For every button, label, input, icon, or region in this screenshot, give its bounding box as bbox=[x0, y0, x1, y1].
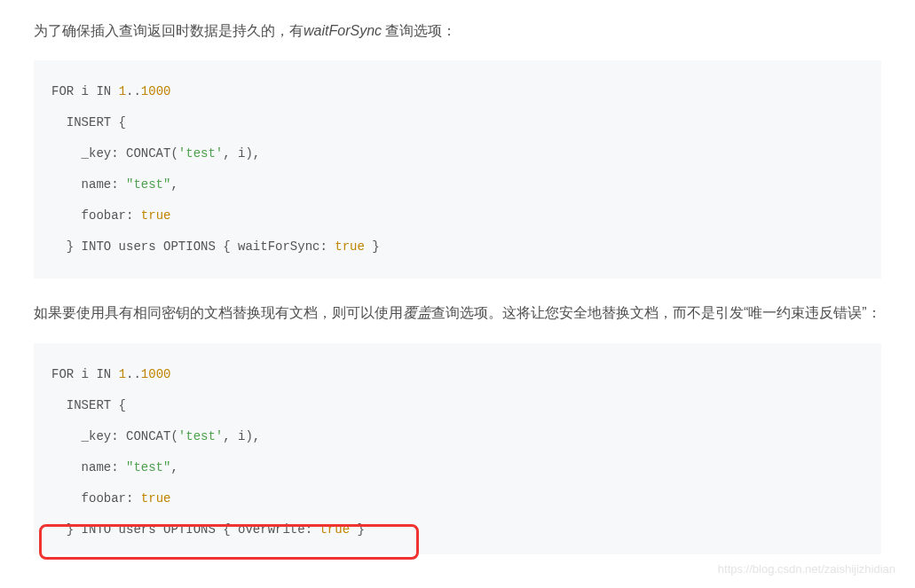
code1-line4-b: , bbox=[170, 177, 177, 192]
code1-line1-b: .. bbox=[126, 84, 141, 98]
paragraph-2: 如果要使用具有相同密钥的文档替换现有文档，则可以使用覆盖查询选项。这将让您安全地… bbox=[34, 300, 881, 326]
code2-line4-str: "test" bbox=[126, 460, 170, 474]
code2-line4-b: , bbox=[170, 460, 177, 474]
code2-line3-b: , i), bbox=[223, 429, 260, 443]
code2-line4-a: name: bbox=[51, 460, 126, 474]
paragraph-1-italic: waitForSync bbox=[304, 23, 382, 38]
code2-line1-num2: 1000 bbox=[141, 367, 171, 381]
paragraph-1-suffix: 查询选项： bbox=[382, 23, 456, 38]
highlight-box bbox=[39, 524, 419, 560]
code1-line3-a: _key: CONCAT( bbox=[51, 146, 178, 161]
code1-line4-a: name: bbox=[51, 177, 126, 192]
code1-line6-a: } INTO users OPTIONS { waitForSync: bbox=[51, 239, 335, 254]
code2-line3-a: _key: CONCAT( bbox=[51, 429, 178, 443]
code1-line5-a: foobar: bbox=[51, 208, 141, 223]
code1-line4-str: "test" bbox=[126, 177, 170, 192]
paragraph-2-prefix: 如果要使用具有相同密钥的文档替换现有文档，则可以使用 bbox=[34, 305, 403, 320]
paragraph-1-prefix: 为了确保插入查询返回时数据是持久的，有 bbox=[34, 23, 304, 38]
code2-line5-a: foobar: bbox=[51, 491, 141, 506]
code2-line2: INSERT { bbox=[51, 398, 126, 412]
paragraph-1: 为了确保插入查询返回时数据是持久的，有waitForSync 查询选项： bbox=[34, 18, 881, 44]
code1-line6-b: } bbox=[365, 239, 380, 254]
code2-line1-b: .. bbox=[126, 367, 141, 381]
code1-line5-true: true bbox=[141, 208, 171, 223]
code-block-1: FOR i IN 1..1000 INSERT { _key: CONCAT('… bbox=[34, 60, 881, 278]
code2-line1-num1: 1 bbox=[119, 367, 126, 381]
watermark: https://blog.csdn.net/zaishijizhidian bbox=[718, 562, 895, 576]
code1-line1-num2: 1000 bbox=[141, 84, 171, 98]
paragraph-2-suffix: 查询选项。这将让您安全地替换文档，而不是引发“唯一约束违反错误”： bbox=[431, 305, 881, 320]
code2-line1-a: FOR i IN bbox=[51, 367, 119, 381]
code1-line1-a: FOR i IN bbox=[51, 84, 119, 98]
code1-line3-str: 'test' bbox=[178, 146, 223, 161]
code2-line5-true: true bbox=[141, 491, 171, 506]
code1-line1-num1: 1 bbox=[119, 84, 126, 98]
code-block-2: FOR i IN 1..1000 INSERT { _key: CONCAT('… bbox=[34, 343, 881, 554]
code2-line3-str: 'test' bbox=[178, 429, 223, 443]
code1-line6-true: true bbox=[335, 239, 365, 254]
code1-line2: INSERT { bbox=[51, 115, 126, 129]
paragraph-2-italic: 覆盖 bbox=[403, 305, 431, 320]
code1-line3-b: , i), bbox=[223, 146, 260, 161]
